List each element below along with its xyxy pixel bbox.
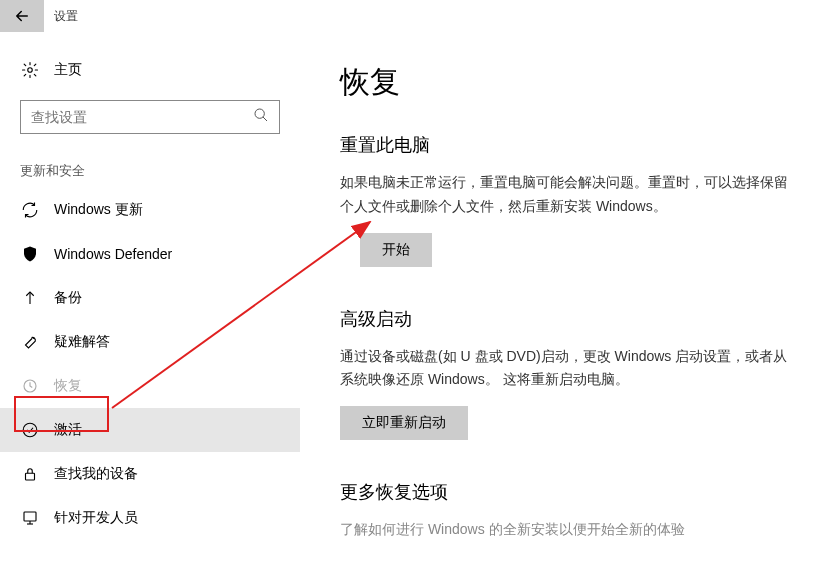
advanced-desc: 通过设备或磁盘(如 U 盘或 DVD)启动，更改 Windows 启动设置，或者… (340, 345, 797, 393)
sidebar-item-label: Windows 更新 (54, 201, 143, 219)
sync-icon (20, 200, 40, 220)
search-box[interactable] (20, 100, 280, 134)
reset-section: 重置此电脑 如果电脑未正常运行，重置电脑可能会解决问题。重置时，可以选择保留个人… (340, 133, 797, 267)
back-button[interactable] (0, 0, 44, 32)
gear-icon (20, 60, 40, 80)
page-title: 恢复 (340, 62, 797, 103)
restart-now-button[interactable]: 立即重新启动 (340, 406, 468, 440)
lock-icon (20, 464, 40, 484)
sidebar: 主页 更新和安全 Windows 更新 Windows Defender (0, 32, 300, 578)
svg-rect-7 (26, 473, 35, 480)
sidebar-item-recovery[interactable]: 恢复 (0, 364, 300, 408)
sidebar-item-label: 备份 (54, 289, 82, 307)
developer-icon (20, 508, 40, 528)
home-button[interactable]: 主页 (0, 52, 300, 88)
sidebar-item-label: 恢复 (54, 377, 82, 395)
sidebar-item-label: 激活 (54, 421, 82, 439)
svg-rect-8 (24, 512, 36, 521)
sidebar-item-developers[interactable]: 针对开发人员 (0, 496, 300, 540)
backup-icon (20, 288, 40, 308)
reset-desc: 如果电脑未正常运行，重置电脑可能会解决问题。重置时，可以选择保留个人文件或删除个… (340, 171, 797, 219)
sidebar-item-activation[interactable]: 激活 (0, 408, 300, 452)
check-icon (20, 420, 40, 440)
arrow-left-icon (13, 7, 31, 25)
advanced-section: 高级启动 通过设备或磁盘(如 U 盘或 DVD)启动，更改 Windows 启动… (340, 307, 797, 441)
sidebar-item-label: 查找我的设备 (54, 465, 138, 483)
wrench-icon (20, 332, 40, 352)
advanced-heading: 高级启动 (340, 307, 797, 331)
svg-line-2 (263, 117, 267, 121)
svg-point-0 (28, 68, 33, 73)
app-title: 设置 (54, 8, 78, 25)
search-input[interactable] (31, 109, 253, 125)
svg-point-6 (23, 423, 37, 437)
sidebar-item-find-device[interactable]: 查找我的设备 (0, 452, 300, 496)
titlebar: 设置 (0, 0, 821, 32)
section-title: 更新和安全 (20, 162, 280, 180)
main-content: 恢复 重置此电脑 如果电脑未正常运行，重置电脑可能会解决问题。重置时，可以选择保… (300, 32, 821, 578)
sidebar-item-defender[interactable]: Windows Defender (0, 232, 300, 276)
svg-point-1 (255, 109, 264, 118)
shield-icon (20, 244, 40, 264)
sidebar-item-troubleshoot[interactable]: 疑难解答 (0, 320, 300, 364)
sidebar-item-label: 疑难解答 (54, 333, 110, 351)
sidebar-item-backup[interactable]: 备份 (0, 276, 300, 320)
more-heading: 更多恢复选项 (340, 480, 797, 504)
sidebar-item-windows-update[interactable]: Windows 更新 (0, 188, 300, 232)
recovery-icon (20, 376, 40, 396)
reset-heading: 重置此电脑 (340, 133, 797, 157)
search-icon (253, 107, 269, 127)
reset-start-button[interactable]: 开始 (360, 233, 432, 267)
more-options-section: 更多恢复选项 了解如何进行 Windows 的全新安装以便开始全新的体验 (340, 480, 797, 542)
svg-point-4 (33, 338, 35, 340)
more-desc: 了解如何进行 Windows 的全新安装以便开始全新的体验 (340, 518, 797, 542)
home-label: 主页 (54, 61, 82, 79)
sidebar-item-label: Windows Defender (54, 246, 172, 262)
sidebar-item-label: 针对开发人员 (54, 509, 138, 527)
